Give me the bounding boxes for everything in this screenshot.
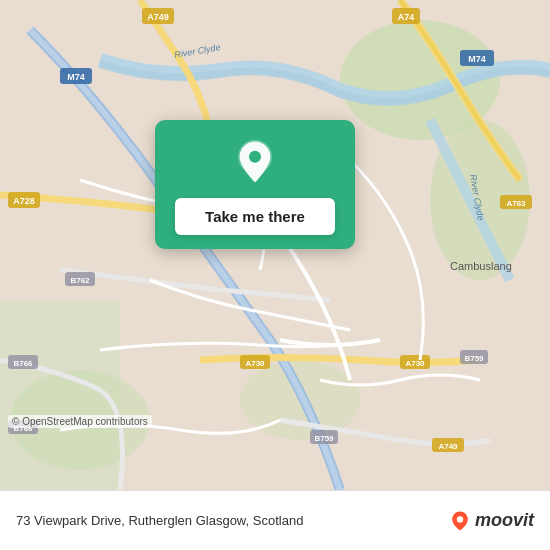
map-container: M74 A74 A749 A728 B762 B766 B766 A730 A7… — [0, 0, 550, 490]
take-me-there-button[interactable]: Take me there — [175, 198, 335, 235]
svg-text:A749: A749 — [147, 12, 169, 22]
bottom-bar: 73 Viewpark Drive, Rutherglen Glasgow, S… — [0, 490, 550, 550]
svg-text:A728: A728 — [13, 196, 35, 206]
moovit-logo: moovit — [449, 510, 534, 532]
location-pin-icon — [231, 138, 279, 186]
svg-text:A74: A74 — [398, 12, 415, 22]
moovit-brand-label: moovit — [475, 510, 534, 531]
svg-text:A730: A730 — [405, 359, 425, 368]
svg-point-38 — [249, 151, 261, 163]
svg-text:B766: B766 — [13, 359, 33, 368]
svg-text:A749: A749 — [438, 442, 458, 451]
svg-text:A763: A763 — [506, 199, 526, 208]
svg-text:B762: B762 — [70, 276, 90, 285]
svg-text:B759: B759 — [314, 434, 334, 443]
svg-text:A730: A730 — [245, 359, 265, 368]
svg-point-39 — [457, 516, 463, 522]
svg-text:Cambuslang: Cambuslang — [450, 260, 512, 272]
copyright-text: © OpenStreetMap contributors — [8, 415, 152, 428]
svg-text:B759: B759 — [464, 354, 484, 363]
address-text: 73 Viewpark Drive, Rutherglen Glasgow, S… — [16, 513, 449, 528]
moovit-pin-icon — [449, 510, 471, 532]
overlay-card: Take me there — [155, 120, 355, 249]
svg-text:M74: M74 — [468, 54, 486, 64]
svg-text:M74: M74 — [67, 72, 85, 82]
